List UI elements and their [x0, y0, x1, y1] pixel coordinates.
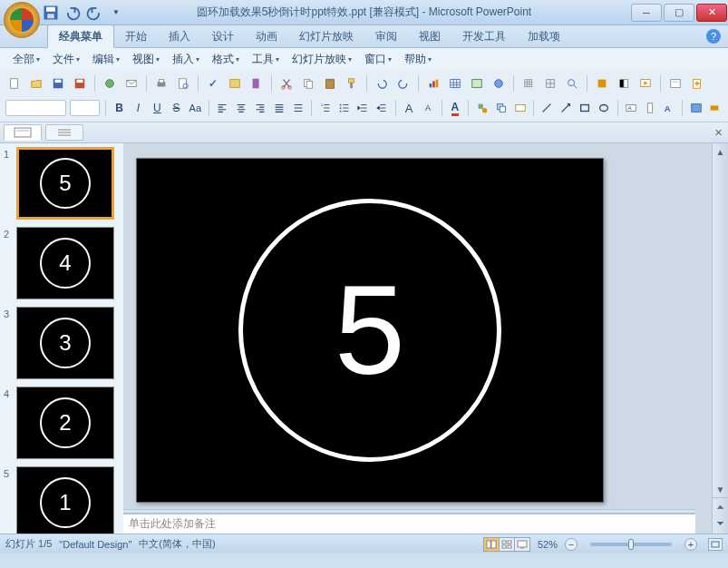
- slides-tab[interactable]: [4, 124, 42, 141]
- current-slide[interactable]: 5: [136, 158, 604, 503]
- tab-developer[interactable]: 开发工具: [451, 25, 517, 47]
- wordart-icon[interactable]: A: [661, 99, 676, 117]
- align-right-icon[interactable]: [253, 99, 268, 117]
- minimize-button[interactable]: ─: [631, 4, 662, 22]
- office-button[interactable]: [4, 2, 40, 38]
- panel-close-icon[interactable]: ✕: [714, 127, 723, 139]
- tab-classic-menu[interactable]: 经典菜单: [47, 24, 114, 48]
- print-icon[interactable]: [152, 74, 170, 93]
- fontsize-dropdown[interactable]: [70, 100, 101, 116]
- quickstyle-icon[interactable]: [512, 99, 528, 117]
- zoom-slider-handle[interactable]: [628, 539, 634, 550]
- vertical-text-icon[interactable]: [642, 99, 657, 117]
- email-icon[interactable]: [122, 74, 141, 93]
- thesaurus-icon[interactable]: [248, 74, 266, 93]
- tab-review[interactable]: 审阅: [364, 25, 408, 47]
- saveas-icon[interactable]: [71, 74, 89, 93]
- slide-thumb-2[interactable]: 4: [16, 227, 114, 299]
- bullet-list-icon[interactable]: [336, 99, 352, 117]
- scroll-up-icon[interactable]: ▲: [713, 143, 728, 160]
- notes-pane[interactable]: 单击此处添加备注: [123, 514, 695, 534]
- newslide-icon[interactable]: [688, 74, 706, 93]
- menu-file[interactable]: 文件▾: [47, 50, 85, 69]
- undo2-icon[interactable]: [373, 74, 391, 93]
- next-slide-icon[interactable]: ⏷: [713, 514, 728, 531]
- new-icon[interactable]: [5, 74, 24, 93]
- scroll-down-icon[interactable]: ▼: [713, 481, 728, 497]
- fit-window-icon[interactable]: [708, 538, 723, 551]
- strikethrough-button[interactable]: S: [169, 99, 184, 117]
- align-left-icon[interactable]: [215, 99, 230, 117]
- open-icon[interactable]: [27, 74, 45, 93]
- chart-icon[interactable]: [424, 74, 442, 93]
- layout-icon[interactable]: [666, 74, 684, 93]
- table2-icon[interactable]: [468, 74, 486, 93]
- tab-home[interactable]: 开始: [114, 25, 158, 47]
- outline-tab[interactable]: [45, 124, 83, 141]
- slide-thumb-5[interactable]: 1: [16, 466, 114, 534]
- design-icon[interactable]: [688, 99, 704, 117]
- tab-animation[interactable]: 动画: [245, 25, 288, 47]
- tab-design[interactable]: 设计: [201, 25, 245, 47]
- cut-icon[interactable]: [277, 74, 296, 93]
- arrow-icon[interactable]: [558, 99, 574, 117]
- tab-insert[interactable]: 插入: [158, 25, 201, 47]
- font-size-inc-icon[interactable]: A: [402, 99, 417, 117]
- format-painter-icon[interactable]: [343, 74, 361, 93]
- prev-slide-icon[interactable]: ⏶: [713, 498, 728, 514]
- vertical-scrollbar[interactable]: ▲ ▼ ⏶ ⏷: [712, 143, 728, 534]
- indent-dec-icon[interactable]: [355, 99, 371, 117]
- align-justify-icon[interactable]: [271, 99, 286, 117]
- italic-button[interactable]: I: [131, 99, 146, 117]
- zoom-icon[interactable]: [563, 74, 581, 93]
- save-button[interactable]: [42, 4, 60, 22]
- spelling-icon[interactable]: ✓: [204, 74, 222, 93]
- slide-thumb-1[interactable]: 5: [16, 147, 114, 220]
- font-size-dec-icon[interactable]: A: [421, 99, 436, 117]
- close-button[interactable]: ✕: [696, 4, 727, 22]
- textbox-icon[interactable]: A: [623, 99, 638, 117]
- menu-format[interactable]: 格式▾: [207, 50, 245, 69]
- menu-view[interactable]: 视图▾: [127, 50, 165, 69]
- grid-icon[interactable]: [519, 74, 538, 93]
- print-preview-icon[interactable]: [174, 74, 192, 93]
- tab-view[interactable]: 视图: [408, 25, 451, 47]
- redo2-icon[interactable]: [394, 74, 413, 93]
- zoom-in-button[interactable]: +: [684, 538, 697, 551]
- shapes-icon[interactable]: [474, 99, 490, 117]
- status-language[interactable]: 中文(简体，中国): [139, 537, 215, 551]
- undo-button[interactable]: [63, 4, 82, 22]
- view-slideshow-icon[interactable]: [514, 537, 530, 552]
- zoom-slider[interactable]: [590, 543, 672, 546]
- research-icon[interactable]: [226, 74, 244, 93]
- slideshow-icon[interactable]: [636, 74, 655, 93]
- copy-icon[interactable]: [299, 74, 317, 93]
- guides-icon[interactable]: [541, 74, 559, 93]
- qat-dropdown[interactable]: ▼: [107, 4, 125, 22]
- redo-button[interactable]: [85, 4, 103, 22]
- menu-insert[interactable]: 插入▾: [167, 50, 205, 69]
- slide-thumb-3[interactable]: 3: [16, 307, 114, 379]
- menu-help[interactable]: 帮助▾: [399, 50, 437, 69]
- hyperlink-icon[interactable]: [490, 74, 508, 93]
- help-icon[interactable]: ?: [706, 29, 721, 44]
- arrange-icon[interactable]: [493, 99, 509, 117]
- menu-edit[interactable]: 编辑▾: [87, 50, 125, 69]
- view-normal-icon[interactable]: [483, 537, 500, 552]
- numbered-list-icon[interactable]: 1: [317, 99, 333, 117]
- bw-icon[interactable]: [615, 74, 633, 93]
- menu-all[interactable]: 全部▾: [7, 50, 45, 69]
- view-sorter-icon[interactable]: [499, 537, 515, 552]
- tab-addins[interactable]: 加载项: [517, 25, 571, 47]
- line-icon[interactable]: [539, 99, 555, 117]
- bold-button[interactable]: B: [112, 99, 127, 117]
- align-center-icon[interactable]: [234, 99, 249, 117]
- rectangle-icon[interactable]: [578, 99, 593, 117]
- menu-slideshow[interactable]: 幻灯片放映▾: [286, 50, 357, 69]
- tab-slideshow[interactable]: 幻灯片放映: [288, 25, 364, 47]
- menu-window[interactable]: 窗口▾: [359, 50, 397, 69]
- slide-thumb-4[interactable]: 2: [16, 387, 114, 459]
- zoom-out-button[interactable]: −: [565, 538, 578, 551]
- permission-icon[interactable]: [101, 74, 119, 93]
- distribute-icon[interactable]: [290, 99, 306, 117]
